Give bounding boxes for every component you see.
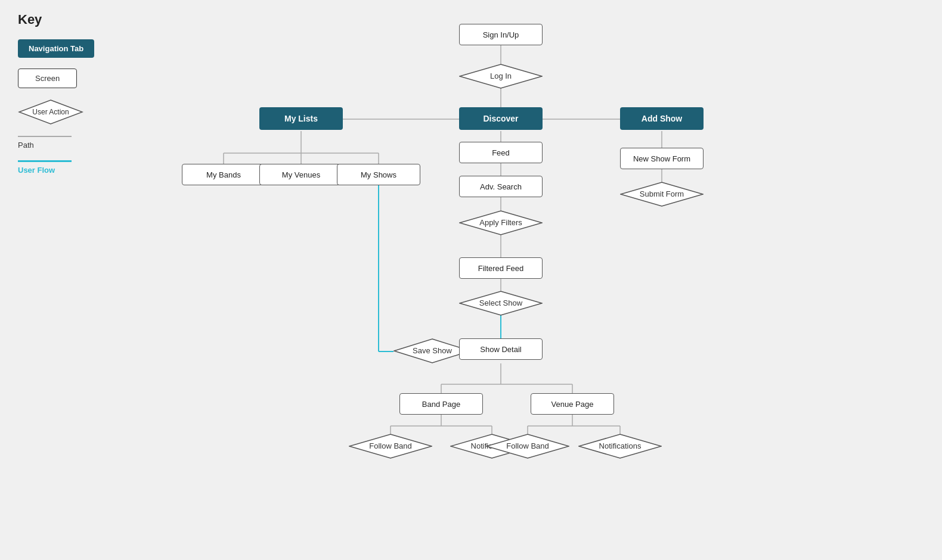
my-shows-node: My Shows <box>337 164 420 185</box>
my-bands-node: My Bands <box>182 164 265 185</box>
my-venues-node: My Venues <box>259 164 343 185</box>
sign-in-node: Sign In/Up <box>459 24 543 45</box>
svg-text:Save Show: Save Show <box>413 346 452 355</box>
svg-text:User Action: User Action <box>32 108 69 116</box>
add-show-node: Add Show <box>620 107 704 130</box>
key-nav-tab-item: Navigation Tab <box>18 39 137 58</box>
key-path-line <box>18 136 72 137</box>
key-screen-label: Screen <box>18 69 77 88</box>
feed-node: Feed <box>459 142 543 163</box>
svg-text:Apply Filters: Apply Filters <box>479 218 522 227</box>
svg-text:Follow Band: Follow Band <box>506 441 549 450</box>
select-show-node: Select Show <box>459 291 543 316</box>
svg-text:Notifications: Notifications <box>599 441 642 450</box>
key-userflow-item: User Flow <box>18 160 137 175</box>
my-lists-node: My Lists <box>259 107 343 130</box>
svg-text:Select Show: Select Show <box>479 298 523 307</box>
log-in-node: Log In <box>459 64 543 89</box>
diagram-svg <box>155 0 942 560</box>
svg-text:Submit Form: Submit Form <box>640 189 684 198</box>
key-screen-item: Screen <box>18 69 137 88</box>
svg-text:Log In: Log In <box>490 71 512 80</box>
notifications-2-node: Notifications <box>578 434 662 459</box>
band-page-node: Band Page <box>399 393 483 415</box>
new-show-form-node: New Show Form <box>620 148 704 169</box>
key-userflow-line <box>18 160 72 162</box>
show-detail-node: Show Detail <box>459 338 543 360</box>
key-path-item: Path <box>18 136 137 150</box>
follow-band-2-node: Follow Band <box>486 434 569 459</box>
key-nav-tab-label: Navigation Tab <box>18 39 94 58</box>
adv-search-node: Adv. Search <box>459 176 543 197</box>
follow-band-1-node: Follow Band <box>349 434 432 459</box>
discover-node: Discover <box>459 107 543 130</box>
key-userflow-label: User Flow <box>18 166 55 175</box>
filtered-feed-node: Filtered Feed <box>459 257 543 279</box>
submit-form-node: Submit Form <box>620 182 704 207</box>
apply-filters-node: Apply Filters <box>459 210 543 235</box>
svg-text:Follow Band: Follow Band <box>369 441 412 450</box>
page-container: Key Navigation Tab Screen User Action Pa… <box>0 0 942 560</box>
key-panel: Key Navigation Tab Screen User Action Pa… <box>18 12 137 185</box>
key-title: Key <box>18 12 137 27</box>
diagram-area: Sign In/Up Log In My Lists Discover Add … <box>155 0 942 560</box>
key-user-action-shape: User Action <box>18 99 83 125</box>
venue-page-node: Venue Page <box>531 393 614 415</box>
key-user-action-item: User Action <box>18 99 137 125</box>
key-path-label: Path <box>18 141 34 150</box>
